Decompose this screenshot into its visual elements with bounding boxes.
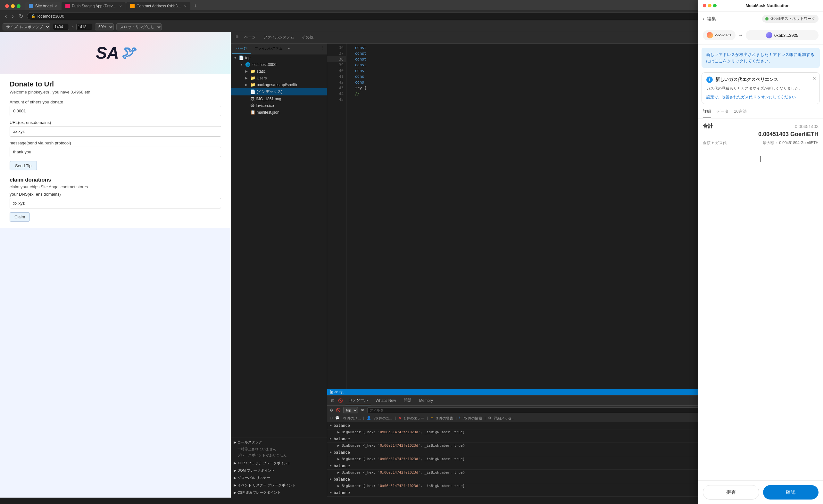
console-users-count[interactable]: 76 件のユ... [374,416,392,421]
tree-label-manifest: manifest.json [257,110,280,114]
expand-icon-4[interactable]: ▶ [330,464,332,467]
balance-label-5: balance [334,477,350,482]
add-tab-button[interactable]: + [191,2,200,10]
console-messages-count[interactable]: 79 件のメ... [342,416,360,421]
console-tab-issues[interactable]: 問題 [400,396,415,405]
mm-tab-data[interactable]: データ [716,105,729,118]
forward-button[interactable]: › [11,13,15,20]
csp-arrow: ▶ [233,491,236,495]
minimize-dot[interactable] [11,4,15,8]
maximize-dot[interactable] [17,4,20,8]
mm-to-account[interactable]: 0xbb3...3925 [746,30,819,40]
console-details-icon: ⚙ [488,416,491,421]
width-input[interactable] [53,24,69,30]
mm-detail-tabs: 詳細 データ 16進法 [698,105,823,118]
console-eye-icon[interactable]: 👁 [360,408,365,413]
zoom-dropdown[interactable]: 50% [95,23,114,30]
mm-confirm-button[interactable]: 確認 [763,485,819,498]
expand-icon-1[interactable]: ▶ [330,423,332,427]
expand-icon-2[interactable]: ▶ [330,437,332,440]
mm-gas-close-button[interactable]: ✕ [812,76,816,81]
size-dropdown[interactable]: サイズ: レスポンシブ [3,23,50,30]
bp-status: ブレークポイントがありません [231,452,327,458]
tab-site-angel[interactable]: Site Angel ✕ [25,2,61,10]
more-source-tabs[interactable]: » [287,43,291,54]
tree-icon-localhost: 🌐 [245,62,250,67]
tree-arrow-top: ▼ [233,56,237,59]
tree-item-packages[interactable]: ▶ 📁 packages/restapi/src/lib [231,81,327,88]
dns-input[interactable] [10,198,221,209]
console-warnings-count[interactable]: 3 件の警告 [436,416,453,421]
send-tip-button[interactable]: Send Tip [10,161,37,170]
console-clear-icon[interactable]: 🚫 [337,397,344,404]
expand-icon-5[interactable]: ▶ [330,477,332,481]
message-input[interactable] [10,147,221,157]
url-input[interactable] [10,126,221,137]
amount-input[interactable] [10,106,221,116]
mm-close-dot[interactable] [703,4,706,7]
mm-transfer-bar: ぺぺぺぺ → 0xbb3...3925 [698,26,823,44]
callstack-arrow: ▶ [233,440,236,445]
balance-label-2: balance [334,437,350,441]
height-input[interactable] [76,24,92,30]
throttle-dropdown[interactable]: スロットリングなし [116,23,162,30]
mm-minimize-dot[interactable] [708,4,711,7]
tab-more[interactable]: その他 [298,32,317,43]
console-toggle-icon[interactable]: ⊡ [330,416,333,421]
mm-reject-button[interactable]: 拒否 [703,485,759,498]
mm-gas-link[interactable]: 設定で、改善されたガス代 UIをオンにしてください [706,95,796,99]
console-tab-console[interactable]: コンソール [345,396,371,406]
tab-fs-source[interactable]: ファイルシステム [251,43,287,54]
tab-push-staging-close[interactable]: ✕ [119,4,122,8]
refresh-button[interactable]: ↻ [18,12,24,20]
expand-icon-6[interactable]: ▶ [330,491,332,494]
mm-new-address-banner[interactable]: 新しいアドレスが検出されました！アドレス帳に追加するにはここをクリックしてくださ… [701,48,820,68]
console-tab-memory[interactable]: Memory [416,397,436,405]
console-errors-count[interactable]: 1 件のエラー [404,416,424,421]
xhrf-header[interactable]: ▶ XHR / フェッチ ブレークポイント [231,460,327,467]
expand-icon-3[interactable]: ▶ [330,450,332,454]
console-settings-icon[interactable]: ⚙ [330,408,333,413]
tree-item-img[interactable]: 🖼 IMG_1861.png [231,95,327,102]
tab-filesystem[interactable]: ファイルシステム [260,32,298,43]
console-info-count[interactable]: 75 件の情報 [463,416,482,421]
file-icon-favicon: 🖼 [250,103,255,108]
tree-item-index[interactable]: 📄 (インデックス) [231,88,327,95]
mm-network-badge[interactable]: Goerliテストネットワーク [762,15,819,23]
tab-site-angel-close[interactable]: ✕ [54,4,57,8]
mm-from-account[interactable]: ぺぺぺぺ [703,30,735,40]
tree-item-localhost[interactable]: ▼ 🌐 localhost:3000 [231,61,327,68]
tab-page[interactable]: ページ [240,32,260,43]
console-block-icon[interactable]: 🚫 [336,408,341,413]
claim-button[interactable]: Claim [10,212,30,222]
file-icon-index: 📄 [250,89,256,94]
source-more-options[interactable]: ⋮ [320,43,326,54]
mm-tab-hex[interactable]: 16進法 [734,105,747,118]
mm-back-button[interactable]: ‹ [703,16,704,22]
callstack-header[interactable]: ▶ コールスタック [231,439,327,446]
mm-eth-row: 0.00451403 GoerliETH [703,131,819,138]
csp-header[interactable]: ▶ CSP 違反ブレークポイント [231,489,327,496]
tree-item-users[interactable]: ▶ 📁 Users [231,75,327,81]
tree-item-static[interactable]: ▶ 📁 static [231,68,327,75]
mm-fee-row: 金額 + ガス代 最大額： 0.00451894 GoerliETH [703,140,819,146]
address-bar[interactable]: 🔒 localhost:3000 [27,12,809,20]
tree-item-manifest[interactable]: 📋 manifest.json [231,109,327,115]
dom-bp-header[interactable]: ▶ DOM ブレークポイント [231,467,327,474]
mm-maximize-dot[interactable] [713,4,716,7]
tab-page-source[interactable]: ページ [232,43,251,54]
global-listener-header[interactable]: ▶ グローバル リスナー [231,474,327,482]
tree-item-top[interactable]: ▼ 📄 top [231,54,327,61]
console-context-select[interactable]: top [343,407,358,414]
tab-push-staging[interactable]: Push Staging App (Previously ... ✕ [61,2,126,10]
event-listener-header[interactable]: ▶ イベント リスナー ブレークポイント [231,482,327,489]
close-dot[interactable] [5,4,9,8]
back-button[interactable]: ‹ [4,13,8,20]
claim-title: claim donations [10,177,221,183]
tab-contract-close[interactable]: ✕ [184,4,186,8]
console-tab-whatsnew[interactable]: What's New [372,397,399,405]
console-details-count[interactable]: 詳細メッセ... [494,416,514,421]
mm-tab-details[interactable]: 詳細 [703,105,711,118]
tree-item-favicon[interactable]: 🖼 favicon.ico [231,102,327,109]
tab-contract[interactable]: Contract Address 0xbb39B8F... ✕ [126,2,190,10]
